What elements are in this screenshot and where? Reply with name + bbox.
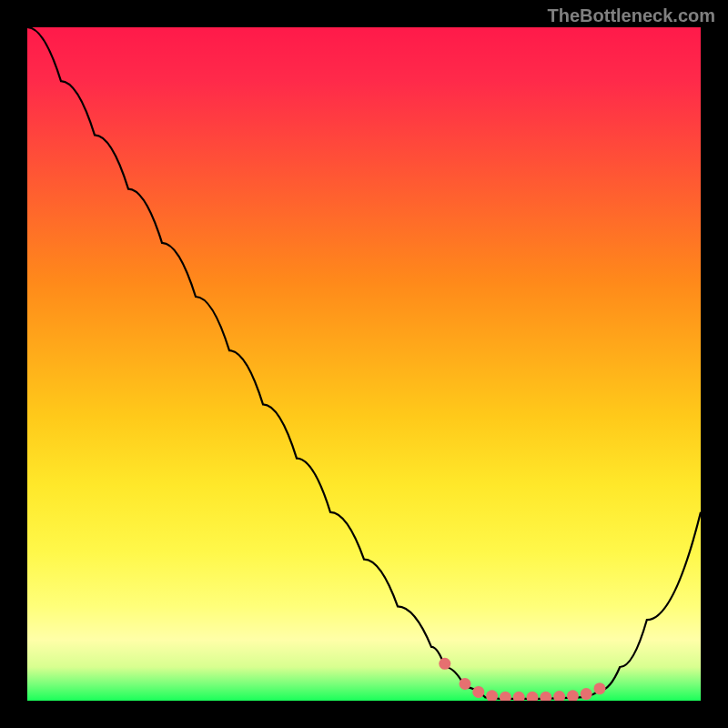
chart-container: TheBottleneck.com: [0, 0, 728, 728]
marker-dot: [486, 690, 498, 701]
marker-dot: [567, 690, 579, 701]
marker-dot: [500, 692, 511, 701]
bottleneck-curve-line: [27, 27, 701, 699]
plot-area: [27, 27, 701, 701]
optimal-range-markers: [439, 658, 605, 701]
marker-dot: [553, 691, 565, 701]
watermark-text: TheBottleneck.com: [548, 5, 715, 26]
chart-svg: [27, 27, 701, 701]
marker-dot: [460, 678, 471, 690]
marker-dot: [594, 682, 606, 694]
marker-dot: [513, 692, 525, 701]
marker-dot: [540, 692, 551, 701]
marker-dot: [527, 692, 539, 701]
marker-dot: [439, 658, 450, 670]
marker-dot: [472, 686, 484, 698]
marker-dot: [581, 688, 592, 700]
